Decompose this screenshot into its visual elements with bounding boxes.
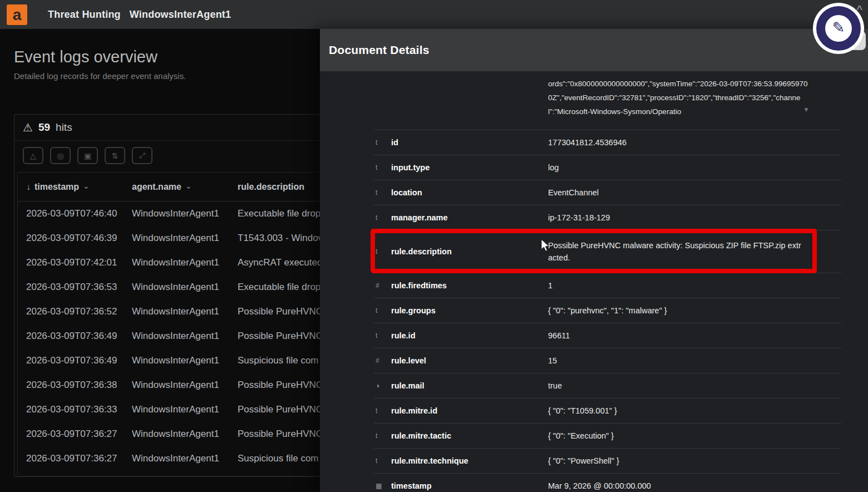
field-value: log [548, 161, 841, 174]
pencil-icon: ✎ [832, 19, 845, 37]
document-field-row[interactable]: t location EventChannel [374, 180, 841, 205]
breadcrumb-agent-name[interactable]: WindowsInterAgent1 [130, 9, 231, 21]
field-name: rule.description [391, 247, 548, 256]
timestamp-cell: 2026-03-09T07:46:39 [26, 233, 132, 244]
field-name: timestamp [391, 481, 548, 490]
field-type-icon: t [374, 457, 391, 465]
document-field-row[interactable]: t rule.id 96611 [374, 323, 841, 348]
document-field-row[interactable]: ▦ timestamp Mar 9, 2026 @ 00:00:00.000 [374, 473, 841, 492]
field-name: id [391, 138, 548, 147]
agent-name-cell: WindowsInterAgent1 [132, 453, 238, 464]
chevron-down-icon[interactable]: ⌄ [185, 182, 192, 190]
agent-name-cell: WindowsInterAgent1 [132, 331, 238, 342]
field-value: Mar 9, 2026 @ 00:00:00.000 [548, 480, 841, 492]
breadcrumb: Threat Hunting WindowsInterAgent1 [48, 0, 231, 29]
document-field-row[interactable]: t rule.mitre.tactic { "0": "Execution" } [374, 423, 841, 448]
breadcrumb-threat-hunting[interactable]: Threat Hunting [48, 9, 121, 21]
agent-name-cell: WindowsInterAgent1 [132, 306, 238, 317]
field-type-icon: t [374, 164, 391, 171]
agent-name-cell: WindowsInterAgent1 [132, 282, 238, 293]
timestamp-cell: 2026-03-09T07:46:40 [26, 208, 132, 219]
timestamp-cell: 2026-03-09T07:36:33 [26, 404, 132, 415]
expand-json-icon[interactable]: ▼ [803, 106, 810, 114]
document-field-row[interactable]: # rule.firedtimes 1 [374, 273, 841, 298]
toolbar-button[interactable]: ⤢ [132, 147, 152, 164]
flyout-header: Document Details [320, 29, 868, 71]
field-value: 96611 [548, 329, 841, 342]
field-value: true [548, 380, 841, 392]
column-header-timestamp[interactable]: ↓ timestamp ⌄ [26, 182, 132, 192]
field-value: EventChannel [548, 186, 841, 199]
timestamp-cell: 2026-03-09T07:36:27 [26, 453, 132, 464]
agent-name-cell: WindowsInterAgent1 [132, 233, 238, 244]
field-type-icon: t [374, 189, 391, 196]
toolbar-button[interactable]: △ [23, 147, 43, 164]
toolbar-button[interactable]: ⇅ [105, 147, 125, 164]
pencil-tool-core: ✎ [825, 15, 852, 42]
column-header-agent-name[interactable]: agent.name ⌄ [132, 182, 238, 192]
document-field-row[interactable]: # rule.level 15 [374, 348, 841, 373]
field-name: rule.id [391, 331, 548, 340]
timestamp-cell: 2026-03-09T07:36:38 [26, 380, 132, 391]
pencil-tool-button[interactable]: ✎ [813, 3, 864, 54]
field-type-icon: # [374, 357, 391, 365]
raw-json-snippet: ords":"0x8000000000000000","systemTime":… [548, 77, 812, 119]
field-type-icon: t [374, 407, 391, 415]
timestamp-cell: 2026-03-09T07:36:49 [26, 355, 132, 366]
field-value: { "0": "T1059.001" } [548, 405, 841, 417]
page-subtitle: Detailed log records for deeper event an… [14, 71, 186, 81]
agent-name-cell: WindowsInterAgent1 [132, 380, 238, 391]
pencil-tool-ring: ✎ [816, 6, 861, 51]
field-value: { "0": "purehvnc", "1": "malware" } [548, 304, 841, 317]
flyout-title: Document Details [329, 43, 430, 57]
document-field-row[interactable]: t input.type log [374, 155, 841, 180]
sort-desc-icon[interactable]: ↓ [26, 182, 31, 192]
field-type-icon: ▦ [374, 482, 391, 490]
field-name: rule.mitre.id [391, 406, 548, 415]
agent-name-cell: WindowsInterAgent1 [132, 257, 238, 268]
timestamp-cell: 2026-03-09T07:42:01 [26, 257, 132, 268]
field-value: Possible PureHVNC malware activity: Susp… [548, 239, 841, 264]
field-value: 1 [548, 279, 841, 292]
field-name: rule.mitre.tactic [391, 431, 548, 440]
flyout-body: ords":"0x8000000000000000","systemTime":… [320, 71, 868, 492]
timestamp-cell: 2026-03-09T07:36:27 [26, 429, 132, 440]
agent-name-cell: WindowsInterAgent1 [132, 208, 238, 219]
document-field-row[interactable]: t rule.mitre.id { "0": "T1059.001" } [374, 398, 841, 423]
field-value: 1773041812.4536946 [548, 136, 841, 149]
field-type-icon: t [374, 307, 391, 314]
timestamp-cell: 2026-03-09T07:36:52 [26, 306, 132, 317]
field-value: 15 [548, 355, 841, 367]
toolbar-button[interactable]: ▣ [77, 147, 98, 164]
timestamp-cell: 2026-03-09T07:36:53 [26, 282, 132, 293]
agent-name-cell: WindowsInterAgent1 [132, 429, 238, 440]
app-logo-icon[interactable]: a [7, 4, 27, 25]
document-field-row[interactable]: t id 1773041812.4536946 [374, 130, 841, 155]
field-name: rule.mail [391, 381, 548, 390]
field-name: location [391, 188, 548, 197]
field-value: { "0": "PowerShell" } [548, 455, 841, 467]
document-field-row[interactable]: ◑ rule.mail true [374, 373, 841, 398]
field-name: rule.level [391, 356, 548, 365]
field-type-icon: t [374, 432, 391, 440]
field-value: ip-172-31-18-129 [548, 211, 841, 224]
field-type-icon: t [374, 332, 391, 340]
field-value: { "0": "Execution" } [548, 430, 841, 442]
document-field-row[interactable]: t rule.groups { "0": "purehvnc", "1": "m… [374, 298, 841, 323]
field-name: manager.name [391, 213, 548, 222]
hits-count: 59 [38, 121, 50, 134]
document-fields-list: t id 1773041812.4536946 t input.type log… [374, 130, 841, 492]
document-field-row[interactable]: t rule.mitre.technique { "0": "PowerShel… [374, 448, 841, 473]
agent-name-cell: WindowsInterAgent1 [132, 404, 238, 415]
field-name: rule.groups [391, 306, 548, 315]
field-type-icon: ◑ [374, 382, 391, 390]
document-field-row[interactable]: t manager.name ip-172-31-18-129 [374, 205, 841, 230]
field-name: rule.firedtimes [391, 281, 548, 290]
chevron-down-icon[interactable]: ⌄ [83, 182, 90, 190]
document-field-row[interactable]: t rule.description Possible PureHVNC mal… [374, 230, 841, 273]
warning-icon: ⚠ [23, 122, 33, 133]
top-bar: a Threat Hunting WindowsInterAgent1 ^ [0, 0, 868, 29]
toolbar-button[interactable]: ◎ [50, 147, 71, 164]
field-type-icon: t [374, 139, 391, 146]
agent-name-cell: WindowsInterAgent1 [132, 355, 238, 366]
